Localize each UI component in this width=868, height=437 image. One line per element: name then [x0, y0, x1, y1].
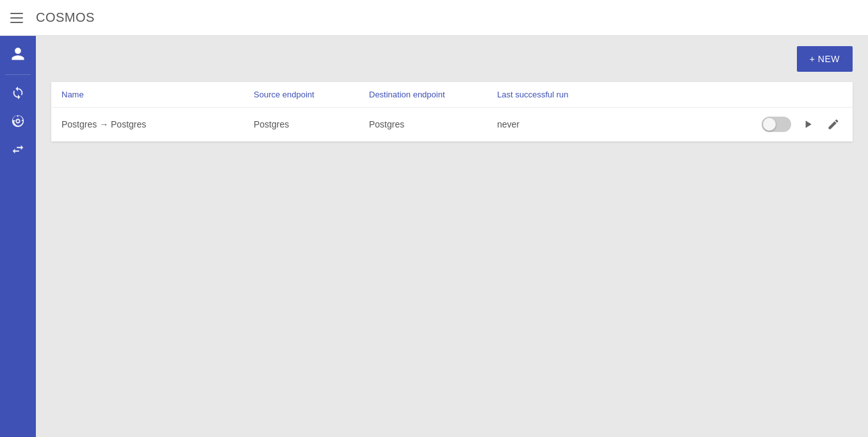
col-header-destination: Destination endpoint — [369, 90, 497, 99]
main-layout: + NEW Name Source endpoint Destination e… — [0, 36, 868, 437]
run-button[interactable] — [799, 115, 817, 133]
toggle-knob — [763, 118, 776, 131]
col-header-source: Source endpoint — [254, 90, 369, 99]
sync-table: Name Source endpoint Destination endpoin… — [51, 82, 853, 142]
menu-icon[interactable] — [10, 10, 26, 26]
sidebar-divider — [5, 74, 31, 75]
col-header-last-run: Last successful run — [497, 90, 753, 99]
user-avatar[interactable] — [5, 41, 31, 67]
target-nav-icon[interactable] — [5, 108, 31, 134]
new-button[interactable]: + NEW — [797, 46, 853, 72]
app-title: COSMOS — [36, 10, 95, 25]
main-content: + NEW Name Source endpoint Destination e… — [36, 36, 868, 437]
row-actions — [753, 115, 842, 133]
sync-nav-icon[interactable] — [5, 80, 31, 106]
enable-toggle[interactable] — [762, 117, 791, 132]
content-toolbar: + NEW — [36, 36, 868, 82]
row-destination: Postgres — [369, 119, 497, 129]
row-name: Postgres → Postgres — [61, 119, 254, 129]
table-header: Name Source endpoint Destination endpoin… — [51, 82, 853, 108]
row-source: Postgres — [254, 119, 369, 129]
app-header: COSMOS — [0, 0, 868, 36]
row-last-run: never — [497, 119, 753, 129]
col-header-name: Name — [61, 90, 254, 99]
transform-nav-icon[interactable] — [5, 136, 31, 162]
sidebar — [0, 36, 36, 437]
table-row: Postgres → Postgres Postgres Postgres ne… — [51, 108, 853, 142]
edit-button[interactable] — [824, 115, 842, 133]
